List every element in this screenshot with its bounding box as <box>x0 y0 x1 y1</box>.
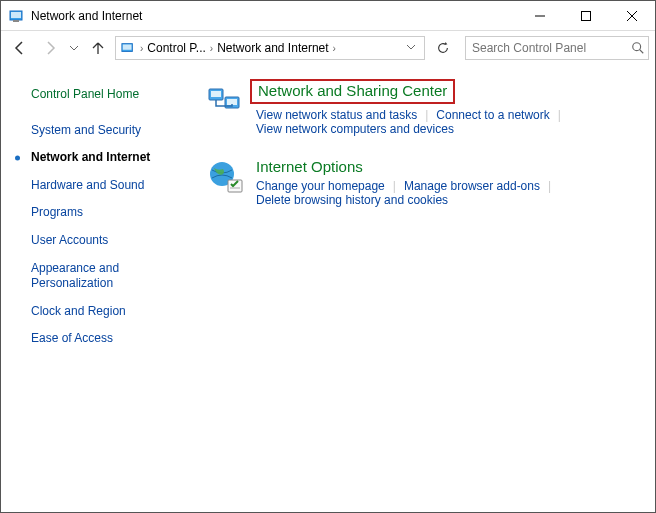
search-input[interactable] <box>466 41 628 55</box>
category-internet-options: Internet Options Change your homepage | … <box>206 158 639 207</box>
chevron-right-icon[interactable]: › <box>208 43 215 54</box>
network-sharing-center-link[interactable]: Network and Sharing Center <box>250 79 455 104</box>
task-connect-network[interactable]: Connect to a network <box>436 108 557 122</box>
content-pane: Network and Sharing Center View network … <box>206 65 655 512</box>
window-controls <box>517 1 655 31</box>
sidebar-item-appearance[interactable]: Appearance and Personalization <box>21 255 202 298</box>
svg-point-9 <box>633 43 641 51</box>
control-panel-icon <box>120 40 136 56</box>
internet-options-link[interactable]: Internet Options <box>256 158 363 175</box>
svg-rect-2 <box>13 20 19 22</box>
category-network-sharing: Network and Sharing Center View network … <box>206 81 639 136</box>
task-manage-addons[interactable]: Manage browser add-ons <box>404 179 548 193</box>
address-bar[interactable]: › Control P... › Network and Internet › <box>115 36 425 60</box>
network-sharing-icon[interactable] <box>206 81 246 121</box>
minimize-button[interactable] <box>517 1 563 31</box>
sidebar-item-programs[interactable]: Programs <box>21 199 202 227</box>
svg-rect-1 <box>11 12 21 18</box>
content-body: Control Panel Home System and Security N… <box>1 65 655 512</box>
task-change-homepage[interactable]: Change your homepage <box>256 179 393 193</box>
sidebar-item-system-security[interactable]: System and Security <box>21 117 202 145</box>
recent-locations-button[interactable] <box>67 43 81 53</box>
svg-rect-16 <box>228 180 242 192</box>
search-box[interactable] <box>465 36 649 60</box>
chevron-right-icon[interactable]: › <box>331 43 338 54</box>
sidebar-item-hardware-sound[interactable]: Hardware and Sound <box>21 172 202 200</box>
svg-rect-12 <box>211 91 221 97</box>
task-view-computers[interactable]: View network computers and devices <box>256 122 462 136</box>
svg-line-10 <box>640 50 644 54</box>
task-delete-history[interactable]: Delete browsing history and cookies <box>256 193 456 207</box>
svg-rect-4 <box>582 11 591 20</box>
breadcrumb-control-panel[interactable]: Control P... <box>147 41 205 55</box>
up-button[interactable] <box>85 35 111 61</box>
refresh-button[interactable] <box>429 36 457 60</box>
sidebar: Control Panel Home System and Security N… <box>1 65 206 512</box>
search-icon[interactable] <box>628 41 648 55</box>
sidebar-item-user-accounts[interactable]: User Accounts <box>21 227 202 255</box>
internet-options-icon[interactable] <box>206 158 246 198</box>
sidebar-item-clock-region[interactable]: Clock and Region <box>21 298 202 326</box>
sidebar-item-network-internet[interactable]: Network and Internet <box>21 144 202 172</box>
close-button[interactable] <box>609 1 655 31</box>
toolbar: › Control P... › Network and Internet › <box>1 31 655 65</box>
maximize-button[interactable] <box>563 1 609 31</box>
svg-rect-8 <box>123 45 132 50</box>
breadcrumb-network-internet[interactable]: Network and Internet <box>217 41 328 55</box>
chevron-right-icon[interactable]: › <box>138 43 145 54</box>
forward-button[interactable] <box>37 35 63 61</box>
task-view-status[interactable]: View network status and tasks <box>256 108 425 122</box>
sidebar-item-ease-of-access[interactable]: Ease of Access <box>21 325 202 353</box>
address-dropdown-button[interactable] <box>406 41 420 55</box>
titlebar: Network and Internet <box>1 1 655 31</box>
control-panel-icon <box>9 8 25 24</box>
back-button[interactable] <box>7 35 33 61</box>
sidebar-home[interactable]: Control Panel Home <box>21 81 202 109</box>
window-title: Network and Internet <box>31 9 142 23</box>
